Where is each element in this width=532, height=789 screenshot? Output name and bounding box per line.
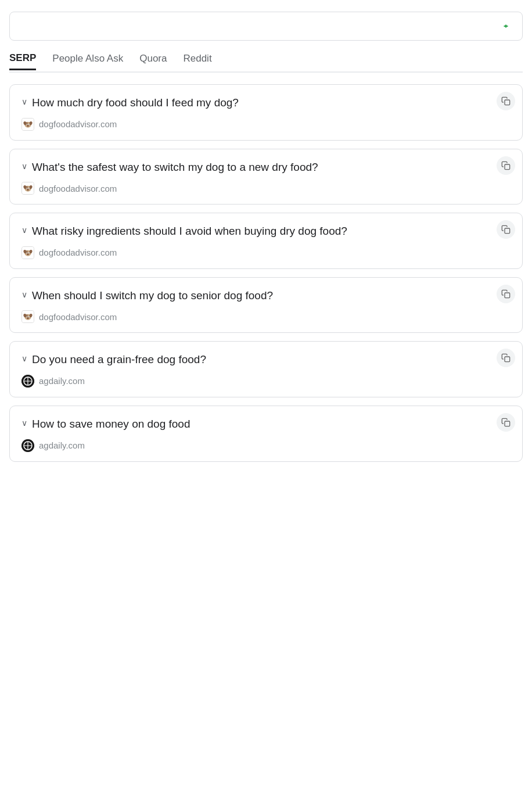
question-row: ∨How to save money on dog food (21, 417, 511, 432)
results-list: ∨How much dry food should I feed my dog?… (9, 84, 523, 462)
result-card: ∨Do you need a grain-free dog food? agda… (9, 341, 523, 397)
question-text: Do you need a grain-free dog food? (32, 352, 229, 368)
favicon-icon (21, 375, 34, 388)
result-card: ∨When should I switch my dog to senior d… (9, 277, 523, 333)
svg-point-42 (27, 318, 28, 319)
svg-point-30 (28, 252, 29, 253)
source-text: dogfoodadvisor.com (39, 184, 117, 193)
tab-people-also-ask[interactable]: People Also Ask (52, 53, 123, 69)
svg-rect-11 (505, 164, 510, 170)
source-row: dogfoodadvisor.com (21, 246, 511, 259)
result-card: ∨How much dry food should I feed my dog?… (9, 84, 523, 141)
svg-point-10 (26, 122, 28, 124)
svg-point-9 (27, 125, 28, 126)
svg-point-21 (26, 186, 28, 188)
favicon-icon (21, 439, 34, 452)
source-text: agdaily.com (39, 440, 85, 450)
copy-button[interactable] (497, 285, 515, 303)
question-text: What risky ingredients should I avoid wh… (32, 224, 371, 239)
question-text: What's the safest way to switch my dog t… (32, 160, 342, 175)
question-text: How to save money on dog food (32, 417, 214, 432)
question-row: ∨What's the safest way to switch my dog … (21, 160, 511, 175)
question-text: How much dry food should I feed my dog? (32, 95, 262, 111)
svg-rect-0 (505, 100, 510, 105)
question-row: ∨How much dry food should I feed my dog? (21, 95, 511, 111)
question-row: ∨When should I switch my dog to senior d… (21, 288, 511, 304)
svg-point-43 (26, 314, 28, 317)
copy-button[interactable] (497, 220, 515, 239)
svg-point-19 (28, 188, 29, 189)
source-text: dogfoodadvisor.com (39, 119, 117, 129)
source-row: dogfoodadvisor.com (21, 182, 511, 195)
question-text: When should I switch my dog to senior do… (32, 288, 296, 304)
svg-point-32 (26, 250, 28, 253)
source-text: dogfoodadvisor.com (39, 312, 117, 322)
dropdown-arrow-icon (500, 20, 512, 32)
favicon-icon (21, 118, 34, 131)
svg-rect-22 (505, 228, 510, 234)
tab-reddit[interactable]: Reddit (183, 53, 211, 69)
result-card: ∨What's the safest way to switch my dog … (9, 149, 523, 205)
chevron-icon: ∨ (21, 162, 27, 171)
source-row: dogfoodadvisor.com (21, 310, 511, 323)
source-row: agdaily.com (21, 439, 511, 452)
tabs-bar: SERP People Also Ask Quora Reddit (9, 52, 523, 73)
source-row: dogfoodadvisor.com (21, 118, 511, 131)
source-text: dogfoodadvisor.com (39, 248, 117, 257)
result-card: ∨How to save money on dog food agdaily.c… (9, 406, 523, 462)
svg-rect-33 (505, 293, 510, 298)
tab-quora[interactable]: Quora (139, 53, 167, 69)
chevron-icon: ∨ (21, 290, 27, 299)
tab-serp[interactable]: SERP (9, 52, 36, 70)
svg-rect-44 (505, 357, 510, 362)
svg-point-41 (28, 317, 29, 317)
svg-point-31 (27, 253, 28, 254)
copy-button[interactable] (497, 92, 515, 110)
favicon-icon (21, 246, 34, 259)
chevron-icon: ∨ (21, 97, 27, 106)
favicon-icon (21, 310, 34, 323)
chevron-icon: ∨ (21, 225, 27, 235)
chevron-icon: ∨ (21, 418, 27, 428)
question-row: ∨Do you need a grain-free dog food? (21, 352, 511, 368)
source-row: agdaily.com (21, 375, 511, 388)
svg-point-20 (27, 189, 28, 191)
chevron-icon: ∨ (21, 354, 27, 363)
copy-button[interactable] (497, 349, 515, 367)
result-card: ∨What risky ingredients should I avoid w… (9, 213, 523, 269)
copy-button[interactable] (497, 156, 515, 175)
copy-button[interactable] (497, 413, 515, 432)
favicon-icon (21, 182, 34, 195)
source-text: agdaily.com (39, 376, 85, 386)
question-row: ∨What risky ingredients should I avoid w… (21, 224, 511, 239)
svg-rect-49 (505, 421, 510, 426)
svg-point-8 (28, 124, 29, 124)
questions-dropdown[interactable] (9, 12, 523, 41)
